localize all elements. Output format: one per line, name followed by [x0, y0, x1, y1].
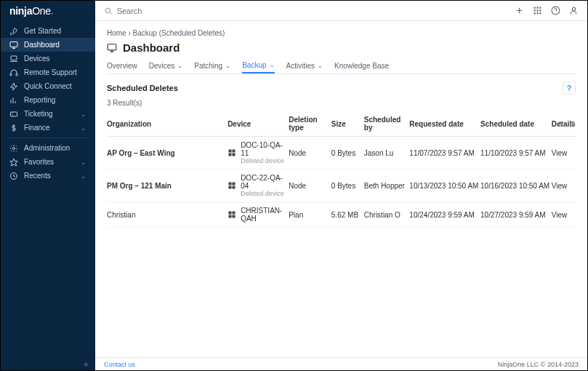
- tab-label: Backup: [242, 61, 266, 69]
- svg-rect-47: [233, 215, 235, 218]
- tab-backup[interactable]: Backup⌄: [242, 58, 274, 73]
- table: Organization Device Deletion type Size S…: [107, 111, 576, 228]
- sidebar-item-get-started[interactable]: Get Started: [1, 24, 95, 38]
- breadcrumb-current: Backup (Scheduled Deletes): [133, 29, 225, 37]
- svg-rect-42: [229, 186, 232, 189]
- headset-icon: [9, 68, 18, 77]
- collapse-sidebar-button[interactable]: «: [1, 357, 95, 370]
- col-scheduled-by: Scheduled by: [364, 116, 410, 132]
- laptop-icon: [9, 55, 18, 63]
- cell-requested-date: 10/24/2023 9:59 AM: [409, 211, 480, 219]
- view-details-link[interactable]: View: [552, 211, 576, 219]
- tab-label: Activities: [286, 62, 315, 70]
- view-details-link[interactable]: View: [552, 149, 576, 157]
- topbar-actions: [515, 6, 579, 15]
- svg-rect-22: [536, 7, 538, 9]
- sidebar-item-recents[interactable]: Recents⌄: [1, 169, 95, 183]
- apps-icon[interactable]: [533, 6, 542, 15]
- sidebar-item-reporting[interactable]: Reporting: [1, 93, 95, 107]
- sidebar: ninjaOne. Get StartedDashboardDevicesRem…: [1, 1, 95, 370]
- svg-rect-11: [11, 112, 17, 116]
- svg-rect-37: [233, 150, 235, 153]
- sidebar-item-favorites[interactable]: Favorites⌄: [1, 155, 95, 169]
- sidebar-item-label: Devices: [24, 55, 50, 63]
- col-requested-date: Requested date: [409, 120, 480, 128]
- sidebar-item-devices[interactable]: Devices: [1, 52, 95, 65]
- page-title: Dashboard: [123, 41, 180, 54]
- svg-rect-23: [539, 7, 541, 9]
- cell-scheduled-date: 11/10/2023 9:57 AM: [480, 149, 552, 157]
- svg-rect-25: [536, 9, 538, 11]
- sidebar-item-dashboard[interactable]: Dashboard: [1, 38, 95, 52]
- col-scheduled-date: Scheduled date: [480, 120, 552, 128]
- sidebar-item-label: Finance: [24, 124, 50, 132]
- main-content: Home › Backup (Scheduled Deletes) Dashbo…: [95, 21, 587, 357]
- help-icon[interactable]: [551, 6, 560, 15]
- copyright: NinjaOne LLC © 2014-2023: [498, 361, 579, 368]
- svg-marker-15: [10, 159, 17, 166]
- svg-rect-33: [108, 44, 116, 49]
- chevron-down-icon: ⌄: [81, 124, 86, 132]
- chevron-down-icon: ⌄: [270, 62, 275, 68]
- topbar-search[interactable]: [104, 7, 509, 15]
- svg-point-32: [572, 7, 575, 10]
- col-size: Size: [331, 120, 364, 128]
- breadcrumb-home[interactable]: Home: [107, 29, 126, 37]
- user-icon[interactable]: [569, 6, 579, 15]
- sidebar-item-administration[interactable]: Administration: [1, 141, 95, 155]
- sidebar-item-remote-support[interactable]: Remote Support: [1, 65, 95, 79]
- refresh-icon[interactable]: ⟳: [557, 120, 563, 128]
- sidebar-item-ticketing[interactable]: Ticketing⌄: [1, 107, 95, 121]
- sidebar-item-quick-connect[interactable]: Quick Connect: [1, 79, 95, 93]
- svg-marker-7: [11, 83, 17, 90]
- tab-knowledge-base[interactable]: Knowledge Base: [334, 58, 389, 73]
- sidebar-item-finance[interactable]: Finance⌄: [1, 121, 95, 135]
- chevron-down-icon: ⌄: [318, 63, 323, 69]
- svg-rect-26: [539, 9, 541, 11]
- tab-label: Knowledge Base: [334, 62, 389, 70]
- sidebar-item-label: Recents: [24, 172, 51, 180]
- windows-icon: [227, 148, 236, 157]
- monitor-icon: [9, 41, 18, 49]
- col-organization: Organization: [107, 120, 227, 128]
- gear-icon: [9, 144, 18, 153]
- tab-devices[interactable]: Devices⌄: [149, 58, 183, 73]
- svg-rect-0: [10, 41, 17, 47]
- svg-point-17: [105, 8, 110, 13]
- tab-patching[interactable]: Patching⌄: [194, 58, 230, 73]
- settings-icon[interactable]: ⚙: [569, 120, 576, 128]
- info-button[interactable]: ?: [563, 81, 576, 95]
- svg-rect-46: [229, 215, 232, 218]
- contact-link[interactable]: Contact us: [104, 361, 135, 368]
- sidebar-item-label: Remote Support: [24, 68, 77, 76]
- sidebar-item-label: Ticketing: [24, 110, 53, 118]
- cell-size: 0 Bytes: [331, 149, 364, 157]
- rocket-icon: [9, 27, 18, 36]
- svg-line-18: [110, 12, 111, 14]
- cell-scheduled-by: Beth Hopper: [364, 182, 410, 190]
- table-row: AP Org – East WingDOC-10-QA-11Deleted de…: [107, 137, 576, 169]
- footer: Contact us NinjaOne LLC © 2014-2023: [95, 357, 587, 370]
- section-title: Scheduled Deletes: [107, 84, 563, 92]
- brand-logo: ninjaOne.: [1, 1, 95, 21]
- cell-scheduled-date: 10/16/2023 10:50 AM: [480, 182, 552, 190]
- topbar: [95, 1, 587, 21]
- svg-rect-27: [534, 12, 536, 14]
- cell-scheduled-date: 10/27/2023 9:59 AM: [480, 211, 552, 219]
- tab-overview[interactable]: Overview: [107, 58, 137, 73]
- chevron-down-icon: ⌄: [177, 63, 182, 69]
- cell-organization: AP Org – East Wing: [107, 149, 227, 157]
- svg-rect-36: [229, 150, 232, 153]
- view-details-link[interactable]: View: [552, 182, 576, 190]
- section-header: Scheduled Deletes ?: [107, 81, 576, 95]
- sidebar-nav: Get StartedDashboardDevicesRemote Suppor…: [1, 21, 95, 357]
- add-icon[interactable]: [515, 6, 524, 15]
- sidebar-item-label: Get Started: [24, 27, 61, 35]
- chart-icon: [9, 96, 18, 105]
- search-input[interactable]: [117, 7, 509, 15]
- svg-rect-28: [536, 12, 538, 14]
- search-icon: [104, 7, 113, 15]
- sidebar-item-label: Reporting: [24, 96, 55, 104]
- tab-activities[interactable]: Activities⌄: [286, 58, 323, 73]
- svg-rect-45: [233, 212, 235, 215]
